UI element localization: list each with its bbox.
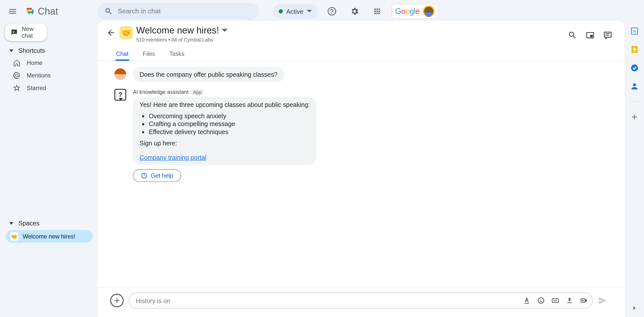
svg-rect-16	[634, 50, 635, 52]
upload-icon	[566, 297, 573, 304]
tasks-icon	[630, 63, 639, 73]
list-item: Effective delivery techniques	[149, 128, 310, 135]
list-item: Crafting a compelling message	[149, 120, 310, 127]
contacts-app-button[interactable]	[629, 81, 639, 91]
user-message-avatar	[114, 68, 126, 80]
space-title-button[interactable]: Welcome new hires!	[136, 25, 227, 36]
sidebar-item-starred[interactable]: Starred	[0, 82, 89, 94]
add-attachment-button[interactable]	[110, 294, 124, 307]
svg-point-6	[540, 299, 540, 300]
person-icon	[630, 82, 639, 91]
message-row-user: Does the company offer public speaking c…	[114, 67, 615, 82]
google-wordmark: Google	[395, 7, 420, 16]
user-message-bubble: Does the company offer public speaking c…	[133, 67, 284, 82]
svg-point-15	[633, 48, 636, 51]
nav-label: Starred	[27, 85, 46, 92]
main-column: Active Google 🤝 Welcome new hires!	[98, 0, 625, 317]
get-help-label: Get help	[151, 172, 173, 179]
upload-button[interactable]	[564, 295, 576, 306]
back-button[interactable]	[104, 25, 119, 40]
sidebar-item-mentions[interactable]: Mentions	[0, 69, 89, 82]
main-menu-button[interactable]	[4, 3, 21, 20]
shortcuts-header[interactable]: Shortcuts	[0, 41, 98, 57]
gif-button[interactable]: GIF	[549, 295, 561, 306]
bot-signup-text: Sign up here:	[140, 140, 310, 147]
tab-tasks[interactable]: Tasks	[168, 47, 186, 60]
svg-point-18	[633, 83, 636, 86]
user-avatar[interactable]	[423, 6, 435, 17]
emoji-icon	[537, 297, 545, 304]
message-row-bot: ? AI knowledge assistant App Yes! Here a…	[114, 89, 615, 182]
expand-side-panel-button[interactable]	[631, 304, 638, 312]
composer-icons: GIF	[521, 295, 590, 306]
left-sidebar: Chat New chat Shortcuts Home Mentions St…	[0, 0, 98, 317]
caret-down-icon	[9, 48, 14, 53]
conversation-panel: 🤝 Welcome new hires! 510 members • All o…	[98, 21, 624, 317]
chevron-right-icon	[631, 304, 638, 312]
hamburger-icon	[8, 7, 17, 16]
chat-bubble-lines-icon	[603, 31, 612, 40]
message-thread[interactable]: Does the company offer public speaking c…	[98, 61, 624, 287]
keep-app-button[interactable]	[629, 45, 639, 55]
list-item: Overcoming speech anxiety	[149, 112, 310, 119]
format-text-button[interactable]	[521, 295, 533, 306]
bot-name: AI knowledge assistant	[133, 89, 189, 95]
google-account-chip[interactable]: Google	[391, 4, 438, 19]
space-item-welcome-new-hires[interactable]: 🤝 Welcome new hires!	[6, 230, 93, 243]
composer-input[interactable]	[136, 297, 521, 304]
bot-class-list: Overcoming speech anxiety Crafting a com…	[149, 112, 310, 135]
tab-files[interactable]: Files	[141, 47, 157, 60]
tasks-app-button[interactable]	[629, 63, 639, 73]
svg-text:GIF: GIF	[553, 299, 557, 302]
chevron-down-icon	[222, 28, 227, 33]
text-format-icon	[523, 297, 531, 304]
svg-rect-2	[590, 35, 593, 37]
settings-button[interactable]	[346, 3, 363, 20]
help-button[interactable]	[324, 3, 340, 20]
apps-button[interactable]	[369, 3, 386, 20]
space-subtitle: 510 members • All of Cymbal Labs	[136, 37, 227, 43]
tabs: Chat Files Tasks	[98, 47, 624, 61]
status-chip[interactable]: Active	[273, 4, 318, 19]
message-composer[interactable]: GIF	[129, 293, 592, 308]
help-icon	[327, 7, 337, 16]
caret-down-icon	[9, 221, 14, 225]
status-label: Active	[286, 8, 303, 15]
app-logo[interactable]: Chat	[25, 6, 58, 17]
svg-text:31: 31	[633, 29, 637, 33]
calendar-app-button[interactable]: 31	[629, 26, 639, 36]
thread-toggle-button[interactable]	[599, 27, 616, 44]
spaces-header[interactable]: Spaces	[0, 214, 98, 229]
tab-chat[interactable]: Chat	[114, 47, 130, 60]
help-circle-icon: ?	[141, 172, 148, 179]
status-dot-icon	[279, 9, 283, 14]
pip-button[interactable]	[582, 27, 598, 44]
send-button[interactable]	[598, 296, 608, 306]
add-addon-button[interactable]	[629, 112, 639, 122]
search-box[interactable]	[98, 3, 259, 20]
bot-message-bubble: Yes! Here are three upcoming classes abo…	[133, 97, 316, 165]
chat-logo-icon	[25, 6, 35, 16]
new-chat-label: New chat	[22, 26, 41, 39]
sidebar-item-home[interactable]: Home	[0, 57, 89, 69]
search-in-space-button[interactable]	[564, 27, 581, 44]
get-help-button[interactable]: ? Get help	[133, 169, 181, 182]
calendar-icon: 31	[630, 26, 639, 36]
meet-button[interactable]	[578, 295, 590, 306]
training-portal-link[interactable]: Company training portal	[140, 154, 206, 161]
send-icon	[598, 296, 608, 306]
svg-text:?: ?	[143, 174, 145, 177]
title-block: Welcome new hires! 510 members • All of …	[136, 25, 227, 43]
star-icon	[13, 84, 21, 92]
svg-point-0	[328, 8, 336, 15]
space-emoji: 🤝	[10, 232, 18, 241]
new-chat-button[interactable]: New chat	[5, 23, 47, 41]
emoji-button[interactable]	[535, 295, 547, 306]
nav-label: Mentions	[27, 72, 51, 79]
app-badge: App	[191, 89, 204, 95]
apps-grid-icon	[373, 7, 381, 15]
search-input[interactable]	[118, 8, 252, 15]
at-icon	[13, 72, 21, 79]
composer-area: GIF	[98, 287, 624, 317]
right-side-panel: 31	[625, 0, 644, 317]
